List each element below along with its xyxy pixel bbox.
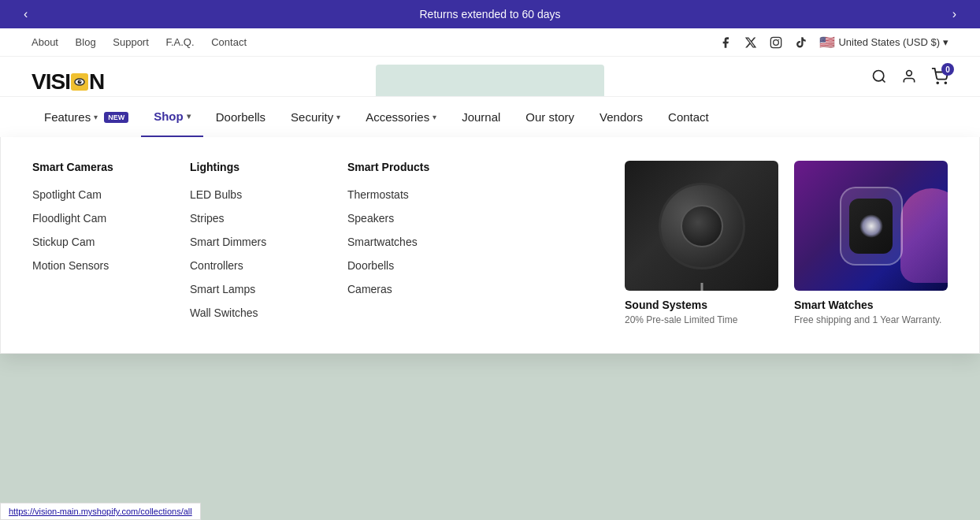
site-logo[interactable]: VISI N bbox=[32, 69, 104, 95]
speaker-visual bbox=[659, 183, 745, 269]
svg-point-10 bbox=[945, 82, 946, 84]
locale-selector[interactable]: 🇺🇸 United States (USD $) ▾ bbox=[819, 35, 948, 50]
announcement-text: Returns extended to 60 days bbox=[419, 8, 560, 20]
megamenu-link-stripes[interactable]: Stripes bbox=[190, 212, 225, 225]
megamenu-card-sound-systems[interactable]: Sound Systems 20% Pre-sale Limited Time bbox=[625, 161, 778, 325]
nav-item-shop[interactable]: Shop ▾ bbox=[141, 97, 203, 137]
megamenu-link-cameras[interactable]: Cameras bbox=[347, 283, 392, 295]
logo-eye-icon bbox=[71, 73, 88, 91]
nav-item-doorbells[interactable]: Doorbells bbox=[203, 98, 278, 136]
utility-bar: About Blog Support F.A.Q. Contact 🇺🇸 Uni… bbox=[0, 28, 980, 57]
nav-shop-label: Shop bbox=[154, 110, 184, 123]
locale-chevron: ▾ bbox=[943, 36, 948, 48]
tiktok-icon[interactable] bbox=[794, 35, 808, 50]
nav-item-accessories[interactable]: Accessories ▾ bbox=[353, 98, 449, 136]
utility-link-about[interactable]: About bbox=[32, 36, 58, 48]
cart-button[interactable]: 0 bbox=[931, 68, 948, 85]
nav-wrapper: Features ▾ NEW Shop ▾ Doorbells Security… bbox=[0, 96, 980, 137]
megamenu-card-smart-watches[interactable]: Smart Watches Free shipping and 1 Year W… bbox=[794, 161, 948, 325]
svg-point-5 bbox=[80, 80, 81, 82]
megamenu-link-stickup-cam[interactable]: Stickup Cam bbox=[32, 236, 95, 248]
megamenu-link-doorbells[interactable]: Doorbells bbox=[347, 259, 394, 272]
megamenu-link-thermostats[interactable]: Thermostats bbox=[347, 188, 409, 201]
svg-point-9 bbox=[937, 82, 938, 84]
megamenu-smart-products-list: Thermostats Speakers Smartwatches Doorbe… bbox=[347, 188, 481, 296]
accessories-chevron-icon: ▾ bbox=[432, 113, 436, 121]
new-badge: NEW bbox=[104, 112, 128, 123]
megamenu-link-smartwatches[interactable]: Smartwatches bbox=[347, 236, 418, 248]
nav-contact-label: Contact bbox=[668, 110, 709, 124]
cart-badge: 0 bbox=[941, 63, 954, 76]
nav-vendors-label: Vendors bbox=[600, 110, 643, 124]
header-icons: 0 bbox=[871, 68, 948, 96]
features-chevron-icon: ▾ bbox=[94, 113, 98, 121]
megamenu-section-cameras: Smart Cameras Spotlight Cam Floodlight C… bbox=[32, 161, 190, 329]
megamenu-link-spotlight-cam[interactable]: Spotlight Cam bbox=[32, 188, 102, 201]
announcement-prev-button[interactable]: ‹ bbox=[16, 4, 35, 24]
main-header: VISI N 0 bbox=[0, 57, 980, 96]
locale-label: United States (USD $) bbox=[838, 36, 940, 48]
svg-point-8 bbox=[907, 71, 912, 76]
utility-link-faq[interactable]: F.A.Q. bbox=[165, 36, 194, 48]
nav-accessories-label: Accessories bbox=[366, 110, 429, 124]
hand-silhouette bbox=[900, 188, 948, 283]
utility-link-blog[interactable]: Blog bbox=[76, 36, 96, 48]
megamenu-link-led-bulbs[interactable]: LED Bulbs bbox=[190, 188, 242, 201]
nav-item-features[interactable]: Features ▾ NEW bbox=[32, 98, 141, 136]
smart-watches-title: Smart Watches bbox=[794, 299, 948, 311]
instagram-icon[interactable] bbox=[769, 35, 783, 50]
flag-icon: 🇺🇸 bbox=[819, 35, 835, 50]
watch-visual bbox=[840, 187, 903, 266]
megamenu-link-smart-dimmers[interactable]: Smart Dimmers bbox=[190, 236, 266, 248]
nav-security-label: Security bbox=[291, 110, 333, 124]
utility-links: About Blog Support F.A.Q. Contact bbox=[32, 36, 261, 48]
announcement-next-button[interactable]: › bbox=[945, 4, 964, 24]
utility-right: 🇺🇸 United States (USD $) ▾ bbox=[718, 35, 948, 50]
megamenu-lightings-list: LED Bulbs Stripes Smart Dimmers Controll… bbox=[190, 188, 324, 320]
nav-item-contact[interactable]: Contact bbox=[655, 98, 722, 136]
megamenu-cards: Sound Systems 20% Pre-sale Limited Time … bbox=[505, 161, 948, 329]
svg-point-6 bbox=[874, 71, 884, 81]
twitter-x-icon[interactable] bbox=[744, 35, 758, 50]
megamenu-link-controllers[interactable]: Controllers bbox=[190, 259, 243, 272]
svg-point-4 bbox=[77, 80, 81, 84]
svg-point-1 bbox=[774, 39, 779, 45]
sound-systems-title: Sound Systems bbox=[625, 299, 778, 311]
nav-item-security[interactable]: Security ▾ bbox=[278, 98, 353, 136]
nav-journal-label: Journal bbox=[462, 110, 500, 124]
megamenu-link-wall-switches[interactable]: Wall Switches bbox=[190, 306, 258, 319]
utility-link-contact[interactable]: Contact bbox=[211, 36, 247, 48]
nav-item-ourstory[interactable]: Our story bbox=[513, 98, 587, 136]
megamenu-section-smart-products: Smart Products Thermostats Speakers Smar… bbox=[347, 161, 505, 329]
svg-rect-0 bbox=[771, 37, 781, 47]
smart-watches-subtitle: Free shipping and 1 Year Warranty. bbox=[794, 314, 948, 325]
shop-chevron-icon: ▾ bbox=[187, 112, 191, 121]
search-button[interactable] bbox=[871, 69, 887, 84]
main-nav: Features ▾ NEW Shop ▾ Doorbells Security… bbox=[0, 96, 980, 137]
megamenu: Smart Cameras Spotlight Cam Floodlight C… bbox=[0, 137, 980, 354]
megamenu-smart-products-title: Smart Products bbox=[347, 161, 481, 173]
watch-light bbox=[859, 214, 883, 238]
svg-point-2 bbox=[778, 39, 779, 39]
smart-watches-image bbox=[794, 161, 948, 291]
account-button[interactable] bbox=[901, 69, 917, 84]
megamenu-link-smart-lamps[interactable]: Smart Lamps bbox=[190, 283, 255, 295]
security-chevron-icon: ▾ bbox=[336, 113, 340, 121]
megamenu-link-speakers[interactable]: Speakers bbox=[347, 212, 394, 225]
sound-systems-subtitle: 20% Pre-sale Limited Time bbox=[625, 314, 778, 325]
status-bar: https://vision-main.myshopify.com/collec… bbox=[0, 503, 201, 520]
nav-item-vendors[interactable]: Vendors bbox=[587, 98, 655, 136]
nav-ourstory-label: Our story bbox=[525, 110, 574, 124]
nav-features-label: Features bbox=[44, 110, 91, 124]
status-url: https://vision-main.myshopify.com/collec… bbox=[9, 507, 192, 516]
nav-item-journal[interactable]: Journal bbox=[449, 98, 513, 136]
svg-line-7 bbox=[882, 80, 885, 83]
utility-link-support[interactable]: Support bbox=[113, 36, 149, 48]
sound-systems-image bbox=[625, 161, 778, 291]
megamenu-lightings-title: Lightings bbox=[190, 161, 324, 173]
megamenu-link-motion-sensors[interactable]: Motion Sensors bbox=[32, 259, 109, 272]
megamenu-link-floodlight-cam[interactable]: Floodlight Cam bbox=[32, 212, 106, 225]
facebook-icon[interactable] bbox=[718, 35, 733, 50]
announcement-bar: ‹ Returns extended to 60 days › bbox=[0, 0, 980, 28]
cable-line bbox=[700, 283, 703, 291]
